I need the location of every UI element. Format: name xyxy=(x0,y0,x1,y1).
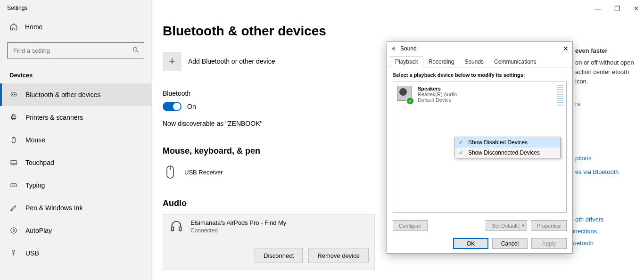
printer-icon xyxy=(9,113,18,122)
dialog-close-icon[interactable]: ✕ xyxy=(563,45,569,52)
toggle-knob xyxy=(173,103,181,110)
add-device-label: Add Bluetooth or other device xyxy=(188,58,275,65)
headphones-icon xyxy=(169,219,184,232)
usb-receiver-label: USB Receiver xyxy=(184,169,223,176)
sidebar: Settings Home Devices Bluetooth & other … xyxy=(0,0,152,280)
context-menu: Show Disabled Devices Show Disconnected … xyxy=(454,137,561,158)
mouse-device-icon xyxy=(163,165,178,180)
home-label: Home xyxy=(25,23,42,31)
svg-rect-1 xyxy=(11,93,17,96)
apply-button[interactable]: Apply xyxy=(531,238,567,249)
svg-rect-9 xyxy=(11,184,17,187)
nav-touchpad[interactable]: Touchpad xyxy=(0,151,151,174)
ok-button[interactable]: OK xyxy=(453,238,488,249)
nav-label: Printers & scanners xyxy=(25,114,83,121)
dialog-hint: Select a playback device below to modify… xyxy=(393,72,567,78)
tab-playback[interactable]: Playback xyxy=(390,56,423,67)
link-drivers[interactable]: oth drivers xyxy=(575,216,641,223)
audio-device-name: Elsimanata's AirPods Pro - Find My xyxy=(190,219,286,226)
svg-rect-4 xyxy=(11,116,16,118)
nav-label: Mouse xyxy=(25,136,45,144)
svg-point-2 xyxy=(12,94,13,95)
hint-heading: even faster xyxy=(575,47,641,54)
search-icon[interactable] xyxy=(132,46,140,54)
bluetooth-toggle[interactable] xyxy=(163,102,182,111)
ctx-show-disabled[interactable]: Show Disabled Devices xyxy=(455,137,560,148)
set-default-button[interactable]: Set Default xyxy=(486,220,527,231)
nav-label: USB xyxy=(25,249,39,257)
touchpad-icon xyxy=(9,158,18,167)
nav-label: Typing xyxy=(25,181,45,189)
properties-button[interactable]: Properties xyxy=(531,220,567,231)
svg-rect-14 xyxy=(179,227,182,231)
device-status: Default Device xyxy=(418,97,457,103)
tab-communications[interactable]: Communications xyxy=(489,56,541,67)
plus-icon: + xyxy=(163,52,182,71)
device-driver: Realtek(R) Audio xyxy=(418,91,457,97)
svg-rect-6 xyxy=(12,118,15,120)
configure-button[interactable]: Configure xyxy=(393,220,428,231)
svg-point-3 xyxy=(14,94,15,95)
dialog-title: Sound xyxy=(400,45,417,52)
ctx-show-disconnected[interactable]: Show Disconnected Devices xyxy=(455,148,560,158)
home-icon xyxy=(9,23,18,31)
nav-printers[interactable]: Printers & scanners xyxy=(0,106,151,129)
dialog-tabs: Playback Recording Sounds Communications xyxy=(387,55,572,67)
check-icon: ✓ xyxy=(406,97,414,105)
level-meter-icon xyxy=(557,85,563,106)
nav-autoplay[interactable]: AutoPlay xyxy=(0,219,151,242)
svg-rect-5 xyxy=(12,115,15,116)
category-title: Devices xyxy=(9,72,142,79)
cancel-button[interactable]: Cancel xyxy=(492,238,528,249)
app-title: Settings xyxy=(0,0,151,15)
search-wrap xyxy=(7,42,144,58)
close-icon[interactable]: ✕ xyxy=(634,5,639,12)
home-button[interactable]: Home xyxy=(0,15,151,37)
svg-rect-11 xyxy=(13,250,15,252)
svg-point-10 xyxy=(11,228,17,233)
keyboard-icon xyxy=(9,181,18,189)
nav-pen[interactable]: Pen & Windows Ink xyxy=(0,197,151,219)
tab-sounds[interactable]: Sounds xyxy=(459,56,489,67)
remove-device-button[interactable]: Remove device xyxy=(308,248,369,263)
maximize-icon[interactable]: ❐ xyxy=(614,5,620,12)
usb-icon xyxy=(9,249,18,257)
dialog-titlebar[interactable]: Sound ✕ xyxy=(387,42,572,55)
link-options[interactable]: ptions xyxy=(575,155,641,162)
bluetooth-icon xyxy=(9,91,18,99)
nav-typing[interactable]: Typing xyxy=(0,174,151,197)
sound-dialog: Sound ✕ Playback Recording Sounds Commun… xyxy=(387,41,573,254)
mouse-icon xyxy=(9,136,18,144)
page-title: Bluetooth & other devices xyxy=(163,24,502,39)
tab-recording[interactable]: Recording xyxy=(423,56,460,67)
audio-device-status: Connected xyxy=(190,227,286,234)
hint-paragraph: on or off without open action center eto… xyxy=(575,58,641,86)
nav-label: Pen & Windows Ink xyxy=(25,204,83,212)
playback-device-item[interactable]: ✓ Speakers Realtek(R) Audio Default Devi… xyxy=(393,82,566,107)
speaker-icon xyxy=(391,45,397,52)
nav-label: Touchpad xyxy=(25,159,54,166)
audio-device-card[interactable]: Elsimanata's AirPods Pro - Find My Conne… xyxy=(163,214,375,270)
nav-label: Bluetooth & other devices xyxy=(25,91,101,99)
svg-rect-13 xyxy=(172,227,174,231)
link-rs[interactable]: rs xyxy=(575,100,641,107)
link-via[interactable]: es via Bluetooth xyxy=(575,168,641,175)
toggle-state-label: On xyxy=(187,103,196,110)
nav-usb[interactable]: USB xyxy=(0,242,151,264)
pen-icon xyxy=(9,204,18,212)
autoplay-icon xyxy=(9,226,18,235)
svg-point-0 xyxy=(133,48,137,51)
disconnect-button[interactable]: Disconnect xyxy=(255,248,303,263)
search-input[interactable] xyxy=(7,42,144,58)
minimize-icon[interactable]: — xyxy=(594,5,601,12)
nav-mouse[interactable]: Mouse xyxy=(0,129,151,151)
device-name: Speakers xyxy=(418,86,457,91)
nav-label: AutoPlay xyxy=(25,227,52,234)
nav-bluetooth[interactable]: Bluetooth & other devices xyxy=(0,83,151,106)
playback-device-list[interactable]: ✓ Speakers Realtek(R) Audio Default Devi… xyxy=(393,82,567,213)
